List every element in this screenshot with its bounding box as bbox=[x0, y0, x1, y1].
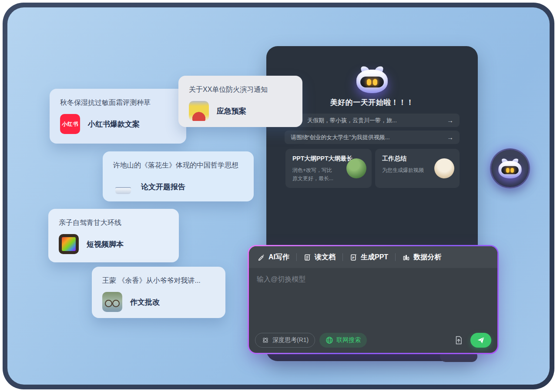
tab-label: 生成PPT bbox=[361, 253, 388, 262]
divider bbox=[395, 253, 396, 261]
plant-person-avatar bbox=[346, 158, 366, 178]
scene-card-title: 王蒙 《余香》从小爷爷对我讲... bbox=[102, 276, 215, 285]
prompt-card-desc: 为您生成爆款视频 bbox=[382, 166, 431, 174]
robot-head bbox=[356, 70, 388, 93]
tab-label: 读文档 bbox=[315, 253, 336, 262]
scene-card-label: 应急预案 bbox=[217, 106, 246, 116]
tab-label: 数据分析 bbox=[413, 253, 441, 262]
deep-think-toggle[interactable]: 深度思考(R1) bbox=[255, 333, 315, 348]
scene-card-label: 作文批改 bbox=[130, 297, 160, 307]
scene-card-emergency-plan[interactable]: 关于XX单位防火演习通知 应急预案 bbox=[178, 76, 302, 127]
tab-read-document[interactable]: 读文档 bbox=[304, 253, 336, 262]
scene-card-title: 亲子自驾青甘大环线 bbox=[59, 218, 168, 228]
svg-text:P: P bbox=[352, 255, 354, 259]
scene-card-xiaohongshu[interactable]: 秋冬保湿抗过敏面霜评测种草 小红书 小红书爆款文案 bbox=[50, 89, 186, 144]
robot-head bbox=[498, 161, 521, 178]
robot-face bbox=[501, 166, 519, 174]
paper-plane-icon bbox=[476, 336, 485, 345]
scene-card-title: 关于XX单位防火演习通知 bbox=[189, 85, 292, 94]
composer-toolbar: AI写作 读文档 bbox=[249, 246, 497, 268]
composer-actions: 深度思考(R1) 联网搜索 bbox=[255, 333, 491, 348]
retro-tv-icon bbox=[59, 234, 79, 254]
baby-avatar bbox=[434, 158, 454, 178]
arrow-right-icon[interactable]: → bbox=[447, 134, 453, 141]
scene-card-title: 许地山的《落花生》体现的中国哲学思想 bbox=[113, 161, 243, 170]
suggestion-row-travel[interactable]: 天假期，带小孩，云贵川一带，旅... → bbox=[285, 114, 460, 127]
message-input[interactable] bbox=[249, 268, 497, 328]
suggestion-row-video[interactable]: 请围绕“创业的女大学生”为我提供视频... → bbox=[285, 131, 460, 144]
tab-generate-ppt[interactable]: P 生成PPT bbox=[350, 253, 388, 262]
robot-eye-icon bbox=[373, 79, 377, 85]
scene-card-title: 秋冬保湿抗过敏面霜评测种草 bbox=[60, 98, 176, 107]
tab-ai-writing[interactable]: AI写作 bbox=[258, 253, 289, 262]
open-book-icon bbox=[113, 177, 133, 197]
prompt-card-work-summary[interactable]: 工作总结 为您生成爆款视频 bbox=[375, 149, 460, 188]
scene-card-label: 小红书爆款文案 bbox=[88, 119, 140, 129]
web-search-toggle[interactable]: 联网搜索 bbox=[319, 333, 367, 348]
suggestion-text: 请围绕“创业的女大学生”为我提供视频... bbox=[291, 134, 390, 141]
fire-drill-clock-icon bbox=[189, 101, 209, 121]
divider bbox=[342, 253, 343, 261]
xiaohongshu-logo-icon: 小红书 bbox=[60, 114, 80, 134]
prompt-card-desc: 润色+改写，写比 原文更好，最长... bbox=[292, 166, 342, 182]
ppt-document-icon: P bbox=[350, 254, 357, 261]
robot-eye-icon bbox=[510, 168, 513, 173]
robot-face bbox=[360, 77, 384, 87]
device-frame: 美好的一天开始啦！！！ 天假期，带小孩，云贵川一带，旅... → 请围绕“创业的… bbox=[3, 3, 554, 389]
divider bbox=[296, 253, 297, 261]
tab-label: AI写作 bbox=[268, 253, 289, 262]
arrow-right-icon[interactable]: → bbox=[447, 117, 453, 124]
robot-eye-icon bbox=[367, 79, 371, 85]
scene-card-label: 短视频脚本 bbox=[87, 239, 124, 249]
deep-think-label: 深度思考(R1) bbox=[272, 336, 309, 344]
glasses-on-book-icon bbox=[102, 292, 122, 312]
scene-card-thesis-proposal[interactable]: 许地山的《落花生》体现的中国哲学思想 论文开题报告 bbox=[103, 151, 254, 201]
robot-mascot-icon bbox=[356, 66, 388, 93]
web-search-label: 联网搜索 bbox=[336, 336, 361, 344]
send-button[interactable] bbox=[470, 333, 491, 348]
robot-eye-icon bbox=[506, 168, 509, 173]
scene-card-essay-correction[interactable]: 王蒙 《余香》从小爷爷对我讲... 作文批改 bbox=[92, 267, 225, 318]
globe-icon bbox=[325, 336, 333, 344]
document-sparkle-icon bbox=[304, 254, 311, 261]
bar-chart-icon bbox=[403, 254, 410, 261]
composer-overlay: AI写作 读文档 bbox=[248, 245, 499, 354]
upload-file-button[interactable] bbox=[451, 333, 466, 348]
pen-sparkle-icon bbox=[258, 254, 265, 261]
scene-card-short-video-script[interactable]: 亲子自驾青甘大环线 短视频脚本 bbox=[48, 209, 179, 262]
upload-file-icon bbox=[454, 335, 463, 345]
tab-data-analysis[interactable]: 数据分析 bbox=[403, 253, 441, 262]
atom-icon bbox=[262, 336, 269, 344]
desktop-background: 美好的一天开始啦！！！ 天假期，带小孩，云贵川一带，旅... → 请围绕“创业的… bbox=[7, 7, 550, 385]
floating-assistant-avatar[interactable] bbox=[490, 148, 530, 188]
suggestion-text: 天假期，带小孩，云贵川一带，旅... bbox=[291, 117, 397, 124]
scene-card-label: 论文开题报告 bbox=[141, 182, 185, 192]
prompt-card-ppt-outline[interactable]: PPT大纲PPT大纲最长... 润色+改写，写比 原文更好，最长... bbox=[285, 149, 372, 188]
